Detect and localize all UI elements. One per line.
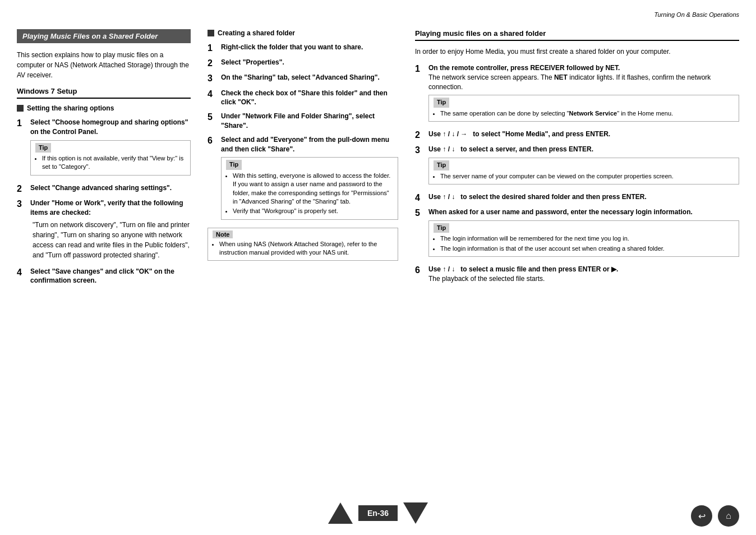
header-title: Turning On & Basic Operations [654, 11, 739, 18]
page-header: Turning On & Basic Operations [17, 11, 739, 21]
mid-step-2: 2 Select "Properties". [208, 58, 398, 68]
footer-nav[interactable]: En-36 [328, 502, 428, 524]
prev-page-button[interactable] [328, 502, 353, 524]
right-step-1: 1 On the remote controller, press RECEIV… [415, 63, 739, 125]
page-footer: En-36 [0, 502, 756, 524]
square-bullet-icon-2 [208, 30, 214, 36]
right-intro-text: In order to enjoy Home Media, you must f… [415, 47, 739, 57]
footer-icons: ↩ ⌂ [691, 505, 739, 527]
mid-step-6: 6 Select and add "Everyone" from the pul… [208, 135, 398, 223]
square-bullet-icon [17, 105, 24, 112]
home-icon[interactable]: ⌂ [718, 505, 739, 527]
note-box: Note When using NAS (Network Attached St… [208, 228, 398, 261]
intro-text: This section explains how to play music … [17, 50, 191, 80]
page-number: En-36 [358, 505, 398, 521]
right-tip-5: Tip The login information will be rememb… [428, 220, 739, 257]
left-step-3: 3 Under "Home or Work", verify that the … [17, 199, 191, 262]
left-column: Playing Music Files on a Shared Folder T… [17, 29, 191, 290]
left-step-1: 1 Select "Choose homegroup and sharing o… [17, 118, 191, 179]
mid-step-5: 5 Under "Network File and Folder Sharing… [208, 112, 398, 131]
mid-step-1: 1 Right-click the folder that you want t… [208, 43, 398, 53]
right-step-6: 6 Use ↑ / ↓ to select a music file and t… [415, 265, 739, 284]
back-icon[interactable]: ↩ [691, 505, 712, 527]
right-step-3: 3 Use ↑ / ↓ to select a server, and then… [415, 145, 739, 188]
right-tip-1: Tip The same operation can be done by se… [428, 95, 739, 122]
page-container: Turning On & Basic Operations Playing Mu… [0, 0, 756, 535]
right-tip-3: Tip The server name of your computer can… [428, 158, 739, 185]
right-column: Playing music files on a shared folder I… [415, 29, 739, 288]
left-step-2: 2 Select "Change advanced sharing settin… [17, 183, 191, 194]
creating-heading: Creating a shared folder [208, 29, 398, 37]
left-step-4: 4 Select "Save changes" and click "OK" o… [17, 267, 191, 286]
next-page-button[interactable] [403, 502, 428, 524]
mid-step-4: 4 Check the check box of "Share this fol… [208, 89, 398, 108]
subsection-heading: Windows 7 Setup [17, 87, 191, 99]
setting-heading: Setting the sharing options [17, 104, 191, 112]
columns-layout: Playing Music Files on a Shared Folder T… [17, 29, 739, 290]
right-step-2: 2 Use ↑ / ↓ / → to select "Home Media", … [415, 130, 739, 140]
section-title-text: Playing Music Files on a Shared Folder [22, 32, 158, 40]
right-step-5: 5 When asked for a user name and passwor… [415, 207, 739, 260]
right-step-4: 4 Use ↑ / ↓ to select the desired shared… [415, 192, 739, 203]
section-title-box: Playing Music Files on a Shared Folder [17, 29, 191, 43]
mid-step-3: 3 On the "Sharing" tab, select "Advanced… [208, 73, 398, 84]
tip-box-1: Tip If this option is not available, ver… [30, 140, 191, 176]
right-section-heading: Playing music files on a shared folder [415, 29, 739, 41]
mid-tip-box-6: Tip With this setting, everyone is allow… [221, 157, 398, 219]
middle-column: Creating a shared folder 1 Right-click t… [208, 29, 398, 264]
